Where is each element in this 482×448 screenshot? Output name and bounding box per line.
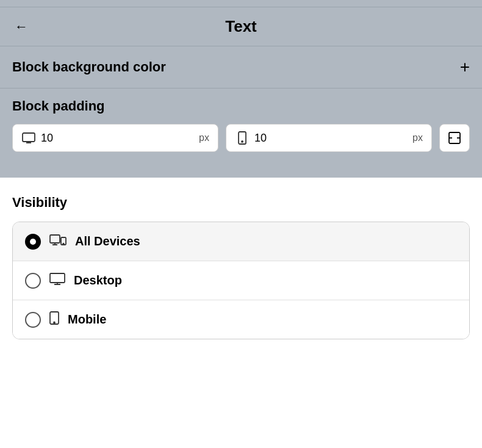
- block-background-color-section: Block background color +: [0, 46, 482, 88]
- top-gray-bar: [0, 0, 482, 7]
- visibility-option-desktop[interactable]: Desktop: [13, 261, 469, 300]
- svg-rect-8: [50, 235, 60, 243]
- all-devices-icon: [49, 233, 67, 250]
- radio-all-icon: [25, 234, 41, 250]
- block-background-color-label: Block background color: [12, 59, 166, 75]
- link-padding-button[interactable]: [439, 124, 470, 152]
- visibility-radio-group: All Devices Desktop Mob: [12, 222, 470, 339]
- visibility-desktop-label: Desktop: [74, 273, 122, 287]
- padding-input-2[interactable]: [254, 132, 408, 145]
- page-title: Text: [225, 17, 257, 36]
- back-arrow-icon: ←: [15, 19, 28, 35]
- padding-input-1-wrapper: px: [12, 124, 218, 152]
- page-header: ← Text: [0, 7, 482, 46]
- padding-unit-1: px: [199, 132, 209, 143]
- visibility-label: Visibility: [12, 195, 470, 211]
- gray-section: Block background color + Block padding p…: [0, 46, 482, 178]
- back-button[interactable]: ←: [12, 16, 31, 37]
- mobile-padding-icon: [235, 131, 250, 145]
- visibility-option-all[interactable]: All Devices: [13, 222, 469, 261]
- plus-icon: +: [460, 57, 470, 76]
- add-background-color-button[interactable]: +: [460, 59, 470, 76]
- padding-unit-2: px: [412, 132, 423, 143]
- block-padding-section: Block padding px: [0, 89, 482, 167]
- padding-inputs-row: px px: [12, 124, 470, 152]
- radio-desktop-icon: [25, 273, 41, 289]
- visibility-option-mobile[interactable]: Mobile: [13, 300, 469, 339]
- visibility-all-label: All Devices: [75, 234, 140, 248]
- radio-mobile-icon: [25, 312, 41, 328]
- svg-point-17: [54, 322, 55, 323]
- mobile-icon: [49, 311, 59, 328]
- desktop-padding-icon: [21, 131, 36, 145]
- padding-input-2-wrapper: px: [226, 124, 432, 152]
- svg-rect-13: [50, 273, 65, 283]
- svg-point-4: [242, 141, 243, 142]
- visibility-section: Visibility All Devices: [0, 178, 482, 339]
- svg-rect-0: [23, 133, 35, 142]
- block-padding-label: Block padding: [12, 98, 470, 114]
- svg-point-12: [63, 244, 64, 245]
- desktop-icon: [49, 272, 65, 289]
- padding-input-1[interactable]: [41, 132, 194, 145]
- visibility-mobile-label: Mobile: [68, 313, 106, 327]
